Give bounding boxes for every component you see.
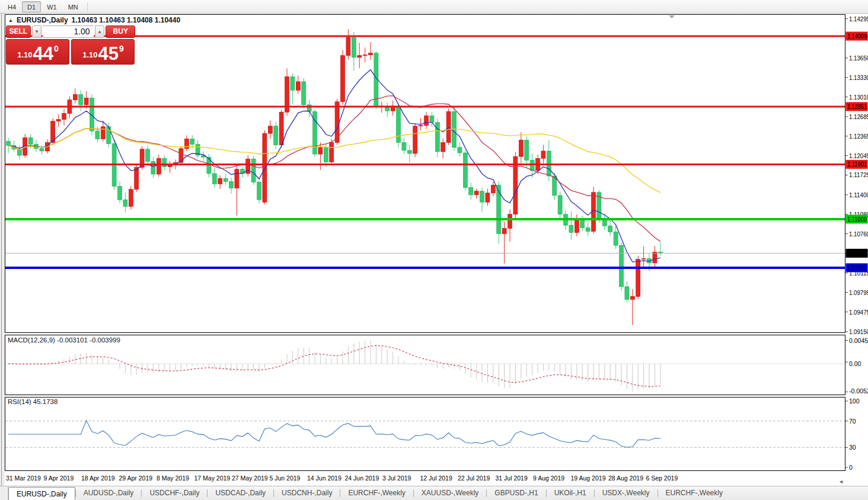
- svg-text:24 Jun 2019: 24 Jun 2019: [345, 475, 379, 482]
- volume-increase-button[interactable]: ▲: [95, 25, 105, 38]
- window-left-gutter: [0, 14, 5, 486]
- chart-tab-5-eurchf-weekly[interactable]: EURCHF-,Weekly: [340, 486, 413, 500]
- svg-text:1.13010: 1.13010: [849, 94, 868, 101]
- sell-price-sup: 0: [54, 44, 59, 53]
- chart-ohlc-values: 1.10463 1.10463 1.10408 1.10440: [72, 16, 181, 24]
- one-click-trading-panel: SELL ▼ 1.00 ▲ BUY 1.10 44 0 1.10 45 9: [6, 25, 135, 65]
- svg-text:17 May 2019: 17 May 2019: [194, 475, 231, 482]
- sell-price-big: 44: [33, 46, 53, 62]
- chart-canvas[interactable]: 1.142951.139751.136501.133301.130101.126…: [0, 0, 868, 500]
- svg-text:100: 100: [849, 398, 860, 405]
- svg-text:1.14009: 1.14009: [847, 33, 867, 40]
- collapse-chart-arrow[interactable]: ▲: [8, 18, 13, 23]
- svg-text:30: 30: [849, 444, 856, 451]
- svg-text:1.09150: 1.09150: [849, 328, 868, 335]
- svg-text:1.10201: 1.10201: [847, 264, 867, 271]
- chart-tab-bar: EURUSD-,DailyAUDUSD-,DailyUSDCHF-,DailyU…: [0, 486, 868, 500]
- timeframe-button-h4[interactable]: H4: [2, 1, 21, 12]
- terminal-window: H4D1W1MN 1.142951.139751.136501.133301.1…: [0, 0, 868, 500]
- timeframe-button-w1[interactable]: W1: [42, 1, 62, 12]
- svg-text:1.12685: 1.12685: [849, 113, 868, 120]
- svg-text:3 Jul 2019: 3 Jul 2019: [382, 475, 411, 482]
- chart-tab-9-usdx-weekly[interactable]: USDX-,Weekly: [595, 486, 658, 500]
- svg-text:1.11901: 1.11901: [847, 161, 867, 168]
- svg-text:1.09795: 1.09795: [849, 289, 868, 296]
- svg-text:27 May 2019: 27 May 2019: [232, 475, 268, 482]
- price-axis[interactable]: 1.142951.139751.136501.133301.130101.126…: [845, 15, 868, 335]
- chart-tab-8-ukoil-h1[interactable]: UKOil-,H1: [547, 486, 594, 500]
- rsi-axis[interactable]: 10070300: [845, 398, 860, 471]
- chart-tab-10-eurchf-weekly[interactable]: EURCHF-,Weekly: [658, 486, 730, 500]
- toolbar-separator: [87, 2, 88, 11]
- svg-text:31 Mar 2019: 31 Mar 2019: [6, 475, 41, 482]
- buy-button[interactable]: BUY: [106, 25, 135, 38]
- macd-indicator-label: MACD(12,26,9) -0.003101 -0.003999: [8, 336, 120, 344]
- chart-tab-0-eurusd-daily[interactable]: EURUSD-,Daily: [8, 487, 75, 500]
- svg-text:0.00: 0.00: [849, 360, 861, 367]
- svg-text:-0.005205: -0.005205: [849, 387, 868, 395]
- svg-text:1.13650: 1.13650: [849, 55, 868, 62]
- chart-tab-1-audusd-daily[interactable]: AUDUSD-,Daily: [76, 486, 142, 500]
- svg-text:1.12365: 1.12365: [849, 133, 868, 140]
- svg-text:1.11000: 1.11000: [847, 216, 867, 223]
- svg-text:1.12045: 1.12045: [849, 152, 868, 159]
- buy-price-base: 1.10: [82, 50, 97, 59]
- svg-text:9 Apr 2019: 9 Apr 2019: [44, 475, 74, 482]
- svg-text:28 Aug 2019: 28 Aug 2019: [608, 475, 643, 482]
- chart-tab-3-usdcad-daily[interactable]: USDCAD-,Daily: [208, 486, 273, 500]
- svg-text:1.14295: 1.14295: [849, 15, 868, 23]
- chart-window-border: [5, 398, 845, 471]
- chart-tab-6-xauusd-weekly[interactable]: XAUUSD-,Weekly: [414, 486, 486, 500]
- timeframe-button-d1[interactable]: D1: [22, 1, 41, 12]
- svg-text:1.10440: 1.10440: [847, 249, 867, 257]
- svg-text:1.13330: 1.13330: [849, 74, 868, 81]
- svg-text:5 Jun 2019: 5 Jun 2019: [270, 475, 301, 482]
- svg-text:19 Aug 2019: 19 Aug 2019: [571, 475, 606, 482]
- chart-tab-7-gbpusd-h1[interactable]: GBPUSD-,H1: [487, 486, 545, 500]
- volume-decrease-button[interactable]: ▼: [32, 25, 42, 38]
- time-axis[interactable]: 31 Mar 20199 Apr 201918 Apr 201929 Apr 2…: [6, 475, 678, 482]
- buy-price-sup: 9: [119, 44, 124, 53]
- buy-price-panel[interactable]: 1.10 45 9: [71, 39, 135, 65]
- svg-text:70: 70: [849, 418, 856, 425]
- chart-title-row: ▲ EURUSD-,Daily 1.10463 1.10463 1.10408 …: [8, 16, 180, 24]
- svg-text:14 Jun 2019: 14 Jun 2019: [307, 475, 342, 482]
- svg-text:9 Aug 2019: 9 Aug 2019: [533, 475, 564, 482]
- svg-text:1.09475: 1.09475: [849, 309, 868, 316]
- svg-text:8 May 2019: 8 May 2019: [157, 475, 189, 482]
- timeframe-button-mn[interactable]: MN: [63, 1, 84, 12]
- chart-tab-2-usdchf-daily[interactable]: USDCHF-,Daily: [142, 486, 207, 500]
- svg-text:12 Jul 2019: 12 Jul 2019: [420, 475, 452, 482]
- svg-text:22 Jul 2019: 22 Jul 2019: [458, 475, 490, 482]
- svg-text:1.12851: 1.12851: [847, 103, 867, 110]
- svg-text:29 Apr 2019: 29 Apr 2019: [119, 475, 153, 482]
- svg-text:1.11725: 1.11725: [849, 171, 868, 178]
- svg-text:1.10760: 1.10760: [849, 230, 868, 238]
- chart-symbol-title: EURUSD-,Daily: [17, 16, 68, 24]
- sell-button[interactable]: SELL: [6, 25, 31, 38]
- timeframe-toolbar: H4D1W1MN: [0, 0, 868, 14]
- svg-text:6 Sep 2019: 6 Sep 2019: [646, 475, 678, 482]
- macd-axis[interactable]: 0.0045360.00-0.005205: [845, 337, 868, 395]
- scroll-left-icon[interactable]: ◄: [838, 479, 850, 485]
- chart-tab-4-usdcnh-daily[interactable]: USDCNH-,Daily: [274, 486, 340, 500]
- svg-text:0: 0: [849, 464, 853, 471]
- svg-text:31 Jul 2019: 31 Jul 2019: [496, 475, 528, 482]
- tab-bar-gutter: [0, 486, 8, 500]
- svg-text:0.004536: 0.004536: [849, 337, 868, 344]
- sell-price-base: 1.10: [17, 50, 32, 59]
- volume-input[interactable]: 1.00: [43, 25, 93, 38]
- sell-price-panel[interactable]: 1.10 44 0: [6, 39, 69, 65]
- buy-price-big: 45: [98, 46, 119, 62]
- rsi-indicator-label: RSI(14) 45.1738: [8, 398, 58, 405]
- svg-text:18 Apr 2019: 18 Apr 2019: [81, 475, 115, 482]
- svg-text:1.11400: 1.11400: [849, 191, 868, 198]
